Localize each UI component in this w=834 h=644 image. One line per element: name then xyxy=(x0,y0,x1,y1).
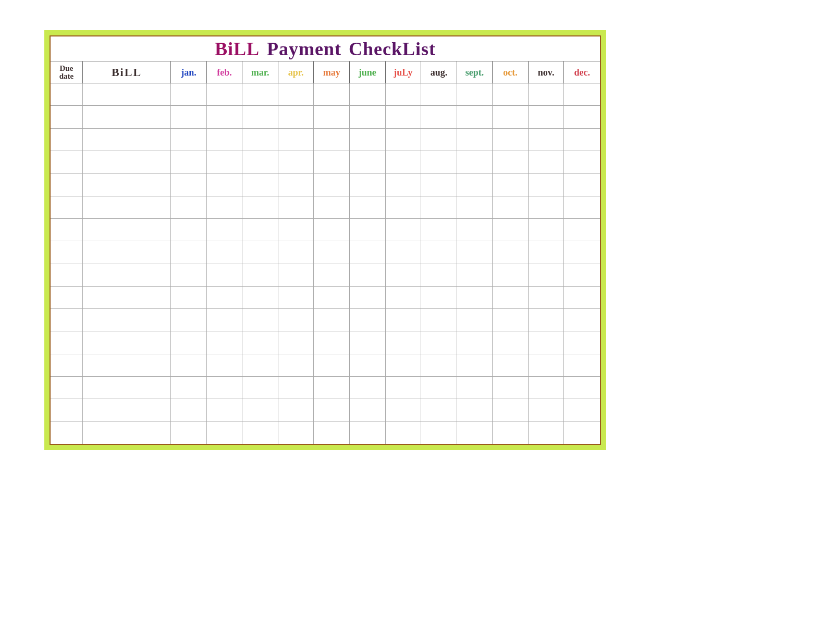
cell-month[interactable] xyxy=(421,151,457,173)
cell-month[interactable] xyxy=(529,422,565,444)
cell-month[interactable] xyxy=(314,399,350,421)
cell-due-date[interactable] xyxy=(51,422,83,444)
cell-month[interactable] xyxy=(564,331,600,353)
cell-month[interactable] xyxy=(421,354,457,376)
cell-month[interactable] xyxy=(350,83,386,105)
cell-month[interactable] xyxy=(278,219,314,241)
cell-month[interactable] xyxy=(171,422,207,444)
cell-month[interactable] xyxy=(278,264,314,286)
cell-month[interactable] xyxy=(207,241,243,263)
cell-month[interactable] xyxy=(386,399,422,421)
cell-month[interactable] xyxy=(493,106,529,128)
cell-month[interactable] xyxy=(207,174,243,195)
cell-month[interactable] xyxy=(278,354,314,376)
cell-month[interactable] xyxy=(493,331,529,353)
cell-month[interactable] xyxy=(207,83,243,105)
cell-month[interactable] xyxy=(564,106,600,128)
cell-bill[interactable] xyxy=(83,399,171,421)
cell-month[interactable] xyxy=(350,219,386,241)
cell-month[interactable] xyxy=(386,196,422,218)
cell-month[interactable] xyxy=(278,422,314,444)
cell-month[interactable] xyxy=(564,241,600,263)
cell-month[interactable] xyxy=(564,309,600,331)
cell-month[interactable] xyxy=(564,422,600,444)
cell-bill[interactable] xyxy=(83,331,171,353)
cell-month[interactable] xyxy=(421,399,457,421)
cell-month[interactable] xyxy=(207,354,243,376)
cell-month[interactable] xyxy=(564,219,600,241)
cell-month[interactable] xyxy=(207,219,243,241)
cell-month[interactable] xyxy=(457,377,493,399)
cell-month[interactable] xyxy=(529,106,565,128)
cell-month[interactable] xyxy=(386,287,422,308)
cell-month[interactable] xyxy=(171,219,207,241)
cell-month[interactable] xyxy=(242,241,278,263)
cell-month[interactable] xyxy=(207,151,243,173)
cell-month[interactable] xyxy=(314,106,350,128)
cell-month[interactable] xyxy=(457,129,493,151)
cell-month[interactable] xyxy=(242,219,278,241)
cell-month[interactable] xyxy=(314,331,350,353)
cell-month[interactable] xyxy=(207,196,243,218)
cell-month[interactable] xyxy=(314,264,350,286)
cell-month[interactable] xyxy=(171,309,207,331)
cell-month[interactable] xyxy=(242,106,278,128)
cell-month[interactable] xyxy=(564,174,600,195)
cell-due-date[interactable] xyxy=(51,287,83,308)
cell-month[interactable] xyxy=(278,287,314,308)
cell-month[interactable] xyxy=(529,151,565,173)
cell-month[interactable] xyxy=(350,399,386,421)
cell-month[interactable] xyxy=(493,399,529,421)
cell-month[interactable] xyxy=(350,377,386,399)
cell-month[interactable] xyxy=(564,377,600,399)
cell-month[interactable] xyxy=(350,241,386,263)
cell-month[interactable] xyxy=(457,219,493,241)
cell-month[interactable] xyxy=(314,219,350,241)
cell-bill[interactable] xyxy=(83,241,171,263)
cell-month[interactable] xyxy=(457,354,493,376)
cell-month[interactable] xyxy=(314,309,350,331)
cell-month[interactable] xyxy=(457,287,493,308)
cell-due-date[interactable] xyxy=(51,106,83,128)
cell-month[interactable] xyxy=(386,331,422,353)
cell-month[interactable] xyxy=(386,354,422,376)
cell-month[interactable] xyxy=(564,287,600,308)
cell-month[interactable] xyxy=(242,196,278,218)
cell-month[interactable] xyxy=(529,354,565,376)
cell-month[interactable] xyxy=(242,309,278,331)
cell-month[interactable] xyxy=(350,422,386,444)
cell-month[interactable] xyxy=(171,241,207,263)
cell-month[interactable] xyxy=(386,106,422,128)
cell-month[interactable] xyxy=(242,264,278,286)
cell-month[interactable] xyxy=(493,174,529,195)
cell-bill[interactable] xyxy=(83,309,171,331)
cell-month[interactable] xyxy=(493,264,529,286)
cell-month[interactable] xyxy=(421,241,457,263)
cell-month[interactable] xyxy=(314,354,350,376)
cell-month[interactable] xyxy=(314,241,350,263)
cell-month[interactable] xyxy=(457,151,493,173)
cell-month[interactable] xyxy=(314,422,350,444)
cell-month[interactable] xyxy=(529,399,565,421)
cell-due-date[interactable] xyxy=(51,83,83,105)
cell-month[interactable] xyxy=(386,422,422,444)
cell-month[interactable] xyxy=(350,354,386,376)
cell-month[interactable] xyxy=(207,422,243,444)
cell-month[interactable] xyxy=(493,377,529,399)
cell-month[interactable] xyxy=(314,287,350,308)
cell-month[interactable] xyxy=(207,264,243,286)
cell-bill[interactable] xyxy=(83,83,171,105)
cell-month[interactable] xyxy=(457,422,493,444)
cell-month[interactable] xyxy=(529,83,565,105)
cell-month[interactable] xyxy=(171,106,207,128)
cell-month[interactable] xyxy=(207,309,243,331)
cell-month[interactable] xyxy=(171,331,207,353)
cell-month[interactable] xyxy=(242,151,278,173)
cell-month[interactable] xyxy=(529,287,565,308)
cell-bill[interactable] xyxy=(83,377,171,399)
cell-month[interactable] xyxy=(207,377,243,399)
cell-month[interactable] xyxy=(171,399,207,421)
cell-month[interactable] xyxy=(171,174,207,195)
cell-month[interactable] xyxy=(171,287,207,308)
cell-month[interactable] xyxy=(564,151,600,173)
